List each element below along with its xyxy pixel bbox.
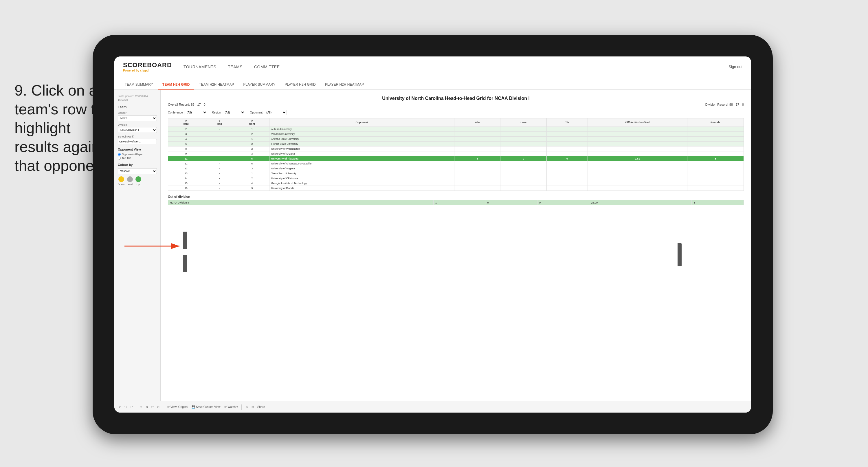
filters-row: Conference (All) Region (All) Opponent bbox=[168, 110, 744, 115]
school-input[interactable] bbox=[118, 139, 157, 144]
toolbar-add[interactable]: ⊕ bbox=[146, 405, 148, 409]
table-row[interactable]: 9-3University of Arizona bbox=[168, 151, 744, 156]
tab-team-h2h-grid[interactable]: TEAM H2H GRID bbox=[158, 80, 194, 90]
cell-diff bbox=[588, 142, 687, 146]
cell-opponent: University of Washington bbox=[269, 146, 454, 151]
cell-conf: 1 bbox=[235, 137, 269, 142]
toolbar-redo[interactable]: ↪ bbox=[124, 405, 127, 409]
division-select[interactable]: NCAA Division I bbox=[118, 127, 157, 133]
out-of-division-row[interactable]: NCAA Division II 1 0 0 26.00 3 bbox=[168, 200, 744, 205]
cell-diff bbox=[588, 127, 687, 132]
ood-diff: 26.00 bbox=[589, 200, 692, 205]
cell-tie bbox=[547, 161, 588, 166]
tab-player-h2h-grid[interactable]: PLAYER H2H GRID bbox=[280, 80, 320, 90]
table-row[interactable]: 8-2University of Washington bbox=[168, 146, 744, 151]
ood-tie: 0 bbox=[537, 200, 589, 205]
colour-by-label: Colour by bbox=[118, 163, 157, 167]
nav-committee[interactable]: COMMITTEE bbox=[254, 63, 280, 71]
cell-win bbox=[454, 161, 500, 166]
header-diff: Diff Av Strokes/Rnd bbox=[588, 118, 687, 127]
radio-top100-input[interactable] bbox=[118, 157, 121, 159]
region-select[interactable]: (All) bbox=[222, 110, 245, 115]
table-row[interactable]: 4-1Arizona State University bbox=[168, 137, 744, 142]
cell-rank: 4 bbox=[168, 137, 204, 142]
school-field: School (Rank) bbox=[118, 135, 157, 144]
tab-player-h2h-heatmap[interactable]: PLAYER H2H HEATMAP bbox=[320, 80, 368, 90]
tab-team-summary[interactable]: TEAM SUMMARY bbox=[120, 80, 158, 90]
toolbar-undo[interactable]: ↩ bbox=[119, 405, 121, 409]
cell-conf: 2 bbox=[235, 132, 269, 137]
gender-select[interactable]: Men's bbox=[118, 115, 157, 121]
cell-diff: 2.61 bbox=[588, 156, 687, 161]
toolbar-print[interactable]: 🖨 bbox=[245, 405, 248, 409]
colour-by-select[interactable]: Win/loss bbox=[118, 168, 157, 174]
cell-rounds bbox=[687, 142, 744, 146]
ood-rounds: 3 bbox=[692, 200, 744, 205]
cell-loss bbox=[500, 142, 547, 146]
cell-win bbox=[454, 176, 500, 181]
cell-win bbox=[454, 137, 500, 142]
header-tie: Tie bbox=[547, 118, 588, 127]
toolbar-save-custom[interactable]: 💾 Save Custom View bbox=[192, 405, 220, 409]
toolbar-grid[interactable]: ⊞ bbox=[140, 405, 142, 409]
out-of-division-table: NCAA Division II 1 0 0 26.00 3 bbox=[168, 200, 744, 205]
cell-opponent: Auburn University bbox=[269, 127, 454, 132]
nav-tournaments[interactable]: TOURNAMENTS bbox=[184, 63, 216, 71]
cell-conf: 3 bbox=[235, 186, 269, 191]
cell-rounds bbox=[687, 146, 744, 151]
toolbar-view-original[interactable]: 👁 View: Original bbox=[167, 405, 188, 409]
cell-diff bbox=[588, 176, 687, 181]
header-opponent: Opponent bbox=[269, 118, 454, 127]
out-of-division-header: Out of division bbox=[168, 195, 744, 198]
cell-loss bbox=[500, 186, 547, 191]
record-row: Overall Record: 89 - 17 - 0 Division Rec… bbox=[168, 103, 744, 106]
cell-conf: 2 bbox=[235, 176, 269, 181]
table-row[interactable]: 12-3University of Virginia bbox=[168, 166, 744, 171]
radio-opponents-played-label: Opponents Played bbox=[122, 153, 143, 156]
cell-conf: 2 bbox=[235, 146, 269, 151]
table-row[interactable]: 2-1Auburn University bbox=[168, 127, 744, 132]
filter-opponent: Opponent (All) bbox=[250, 110, 287, 115]
cell-tie: 0 bbox=[547, 156, 588, 161]
legend-label-level: Level bbox=[127, 183, 133, 186]
tablet-frame: SCOREBOARD Powered by clippd TOURNAMENTS… bbox=[93, 35, 773, 434]
toolbar-cut[interactable]: ✂ bbox=[151, 405, 154, 409]
ood-win: 1 bbox=[433, 200, 485, 205]
cell-win bbox=[454, 181, 500, 186]
cell-rank: 12 bbox=[168, 166, 204, 171]
radio-opponents-played-input[interactable] bbox=[118, 153, 121, 156]
tab-player-summary[interactable]: PLAYER SUMMARY bbox=[239, 80, 280, 90]
cell-opponent: Arizona State University bbox=[269, 137, 454, 142]
table-row[interactable]: 13-1Texas Tech University bbox=[168, 171, 744, 176]
table-row[interactable]: 3-2Vanderbilt University bbox=[168, 132, 744, 137]
cell-reg: - bbox=[204, 161, 235, 166]
header-win: Win bbox=[454, 118, 500, 127]
filter-conference: Conference (All) bbox=[168, 110, 207, 115]
table-row[interactable]: 11-5University of Alabama3002.618 bbox=[168, 156, 744, 161]
opponent-select[interactable]: (All) bbox=[264, 110, 287, 115]
conference-select[interactable]: (All) bbox=[184, 110, 207, 115]
grid-title: University of North Carolina Head-to-Hea… bbox=[168, 96, 744, 101]
toolbar-watch[interactable]: 👁 Watch ▾ bbox=[224, 405, 238, 409]
table-row[interactable]: 14-2University of Oklahoma bbox=[168, 176, 744, 181]
toolbar-grid2[interactable]: ⊞ bbox=[251, 405, 254, 409]
cell-loss bbox=[500, 146, 547, 151]
cell-rank: 3 bbox=[168, 132, 204, 137]
toolbar-undo2[interactable]: ↩ bbox=[130, 405, 132, 409]
nav-teams[interactable]: TEAMS bbox=[228, 63, 243, 71]
cell-conf: 6 bbox=[235, 161, 269, 166]
table-row[interactable]: 16-3University of Florida bbox=[168, 186, 744, 191]
toolbar-share[interactable]: Share bbox=[257, 405, 265, 409]
toolbar-refresh[interactable]: ⊙ bbox=[157, 405, 159, 409]
cell-tie bbox=[547, 171, 588, 176]
tablet-screen: SCOREBOARD Powered by clippd TOURNAMENTS… bbox=[114, 56, 751, 413]
legend-up: Up bbox=[135, 176, 141, 186]
cell-loss bbox=[500, 181, 547, 186]
cell-conf: 3 bbox=[235, 151, 269, 156]
cell-rounds bbox=[687, 151, 744, 156]
tab-team-h2h-heatmap[interactable]: TEAM H2H HEATMAP bbox=[194, 80, 239, 90]
table-row[interactable]: 6-2Florida State University bbox=[168, 142, 744, 146]
table-header-row: #Rank #Reg #Conf Opponent Win Loss Tie D… bbox=[168, 118, 744, 127]
table-row[interactable]: 11-6University of Arkansas, Fayetteville bbox=[168, 161, 744, 166]
table-row[interactable]: 15-4Georgia Institute of Technology bbox=[168, 181, 744, 186]
